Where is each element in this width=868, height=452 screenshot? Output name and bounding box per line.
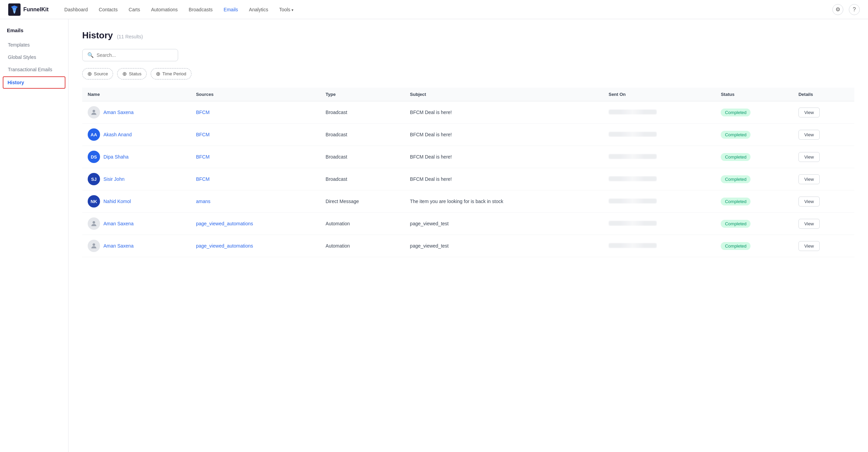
nav-link-emails[interactable]: Emails [219,4,243,15]
view-button[interactable]: View [798,108,820,117]
col-type: Type [320,88,405,101]
subject-cell: page_viewed_test [410,221,449,226]
status-badge: Completed [721,242,751,250]
view-button[interactable]: View [798,130,820,140]
col-sources: Sources [190,88,320,101]
subject-cell-td: BFCM Deal is here! [405,101,603,124]
nav-link-analytics[interactable]: Analytics [244,4,273,15]
source-link[interactable]: BFCM [196,110,210,115]
source-filter-button[interactable]: ⊕ Source [82,68,113,79]
avatar: SJ [88,173,100,185]
contact-name-link[interactable]: Sisir John [103,176,124,182]
sources-cell: amans [190,190,320,213]
nav-links: Dashboard Contacts Carts Automations Bro… [60,4,298,15]
avatar: AA [88,128,100,141]
contact-name-link[interactable]: Akash Anand [103,132,132,137]
table-header-row: Name Sources Type Subject Sent On Status… [82,88,854,101]
sources-cell: page_viewed_automations [190,235,320,257]
status-plus-icon: ⊕ [122,71,127,77]
avatar [88,240,100,252]
source-link[interactable]: amans [196,199,210,204]
logo[interactable]: FunnelKit [8,3,49,16]
results-count: (11 Results) [117,34,143,39]
subject-cell: The item you are looking for is back in … [410,199,503,204]
sent-on-cell [603,213,716,235]
status-badge: Completed [721,153,751,161]
nav-link-contacts[interactable]: Contacts [94,4,122,15]
svg-point-3 [92,243,95,246]
sidebar-item-history[interactable]: History [3,76,65,89]
type-cell: Broadcast [320,124,405,146]
source-link[interactable]: BFCM [196,176,210,182]
contact-name-link[interactable]: Aman Saxena [103,110,134,115]
source-link[interactable]: page_viewed_automations [196,221,253,226]
sources-cell: BFCM [190,101,320,124]
table-body: Aman Saxena BFCM Broadcast BFCM Deal is … [82,101,854,257]
col-name: Name [82,88,190,101]
subject-cell: BFCM Deal is here! [410,132,452,137]
status-filter-button[interactable]: ⊕ Status [117,68,147,79]
layout: Emails Templates Global Styles Transacti… [0,19,868,452]
view-button[interactable]: View [798,241,820,251]
contact-name-link[interactable]: Dipa Shaha [103,154,128,160]
sources-cell: BFCM [190,124,320,146]
sidebar-item-global-styles[interactable]: Global Styles [0,51,68,63]
sources-cell: page_viewed_automations [190,213,320,235]
table-header: Name Sources Type Subject Sent On Status… [82,88,854,101]
source-link[interactable]: page_viewed_automations [196,243,253,249]
contact-name-link[interactable]: Aman Saxena [103,243,134,249]
nav-link-carts[interactable]: Carts [124,4,145,15]
nav-link-dashboard[interactable]: Dashboard [60,4,93,15]
name-cell: SJ Sisir John [82,168,190,190]
source-link[interactable]: BFCM [196,132,210,137]
sidebar-item-templates[interactable]: Templates [0,39,68,51]
contact-name-link[interactable]: Nahid Komol [103,199,131,204]
source-link[interactable]: BFCM [196,154,210,160]
nav-link-tools[interactable]: Tools [274,4,298,15]
subject-cell: BFCM Deal is here! [410,154,452,160]
brand-name: FunnelKit [23,7,49,13]
subject-cell-td: page_viewed_test [405,213,603,235]
source-plus-icon: ⊕ [87,71,92,77]
view-button[interactable]: View [798,174,820,184]
status-badge: Completed [721,198,751,205]
nav-link-broadcasts[interactable]: Broadcasts [184,4,218,15]
view-button[interactable]: View [798,197,820,206]
search-icon: 🔍 [87,52,94,58]
table-row: Aman Saxena BFCM Broadcast BFCM Deal is … [82,101,854,124]
details-cell: View [793,235,854,257]
status-cell: Completed [715,101,793,124]
sidebar-item-transactional-emails[interactable]: Transactional Emails [0,63,68,76]
view-button[interactable]: View [798,219,820,229]
page-header: History (11 Results) [82,30,854,41]
table-row: NK Nahid Komol amans Direct Message The … [82,190,854,213]
sent-on-value [609,154,657,159]
type-cell: Automation [320,213,405,235]
subject-cell-td: The item you are looking for is back in … [405,190,603,213]
subject-cell-td: BFCM Deal is here! [405,168,603,190]
search-input[interactable] [97,52,173,58]
time-period-filter-button[interactable]: ⊕ Time Period [151,68,191,79]
contact-name-link[interactable]: Aman Saxena [103,221,134,226]
table-row: SJ Sisir John BFCM Broadcast BFCM Deal i… [82,168,854,190]
top-nav: FunnelKit Dashboard Contacts Carts Autom… [0,0,868,19]
sent-on-cell [603,124,716,146]
status-filter-label: Status [129,71,141,76]
subject-cell: page_viewed_test [410,243,449,249]
type-cell: Broadcast [320,101,405,124]
type-cell: Broadcast [320,168,405,190]
status-cell: Completed [715,235,793,257]
table-row: DS Dipa Shaha BFCM Broadcast BFCM Deal i… [82,146,854,168]
main-content: History (11 Results) 🔍 ⊕ Source ⊕ Status… [69,19,868,452]
name-cell: Aman Saxena [82,213,190,235]
view-button[interactable]: View [798,152,820,162]
help-button[interactable]: ? [849,4,860,15]
sent-on-value [609,132,657,137]
sent-on-value [609,110,657,114]
sent-on-cell [603,235,716,257]
avatar [88,217,100,230]
settings-button[interactable]: ⚙ [832,4,843,15]
status-cell: Completed [715,213,793,235]
nav-link-automations[interactable]: Automations [146,4,183,15]
details-cell: View [793,168,854,190]
